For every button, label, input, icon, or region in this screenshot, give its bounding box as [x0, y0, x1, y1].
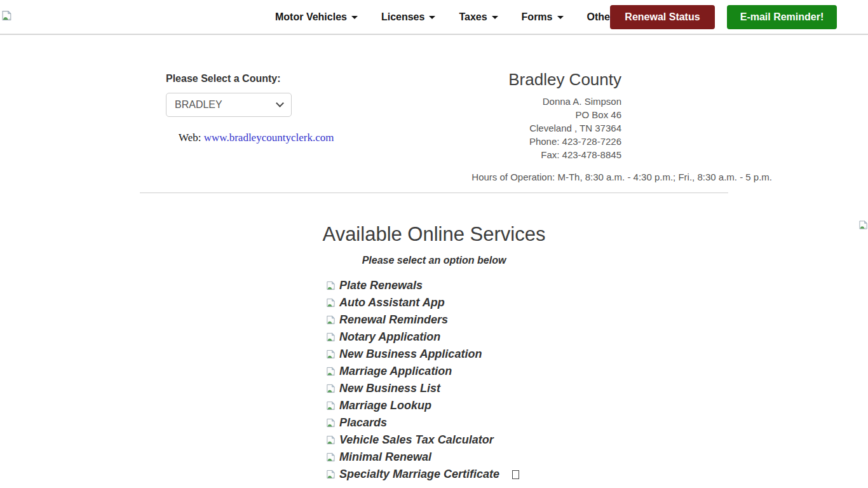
- service-label: Plate Renewals: [339, 279, 423, 292]
- services-subtitle: Please select an option below: [0, 255, 868, 266]
- top-navbar: Motor Vehicles Licenses Taxes Forms Othe…: [0, 0, 868, 35]
- county-website-link[interactable]: www.bradleycountyclerk.com: [204, 132, 334, 144]
- caret-down-icon: [351, 16, 358, 19]
- county-info-block: Bradley County Donna A. Simpson PO Box 4…: [381, 70, 621, 161]
- service-plate-renewals[interactable]: Plate Renewals: [326, 277, 542, 294]
- county-address2: Cleveland , TN 37364: [381, 121, 621, 135]
- service-label: Notary Application: [339, 330, 440, 344]
- nav-motor-vehicles-label: Motor Vehicles: [275, 11, 347, 23]
- caret-down-icon: [557, 16, 564, 19]
- email-reminder-button[interactable]: E-mail Reminder!: [727, 5, 837, 29]
- web-label: Web:: [179, 132, 201, 144]
- section-divider: [140, 193, 728, 193]
- service-label: Minimal Renewal: [339, 451, 431, 464]
- service-placards[interactable]: Placards: [326, 414, 542, 431]
- broken-image-icon: [326, 452, 336, 462]
- nav-motor-vehicles[interactable]: Motor Vehicles: [275, 11, 358, 23]
- broken-image-icon: [326, 401, 336, 410]
- broken-image-icon: [326, 349, 336, 359]
- service-vehicle-sales-tax-calculator[interactable]: Vehicle Sales Tax Calculator: [326, 431, 542, 449]
- county-select-dropdown[interactable]: BRADLEY: [166, 93, 292, 117]
- broken-image-icon-right-edge: [858, 220, 868, 230]
- broken-image-icon: [326, 367, 336, 376]
- county-select-value: BRADLEY: [175, 99, 222, 111]
- service-label: Placards: [339, 416, 387, 430]
- missing-character-box: [512, 470, 519, 479]
- service-label: Marriage Application: [339, 365, 452, 378]
- broken-image-icon: [326, 332, 336, 342]
- service-label: New Business Application: [339, 348, 482, 361]
- renewal-status-button[interactable]: Renewal Status: [610, 5, 715, 29]
- county-select-label: Please Select a County:: [166, 73, 292, 85]
- service-marriage-lookup[interactable]: Marriage Lookup: [326, 397, 542, 414]
- county-name: Bradley County: [381, 70, 621, 90]
- service-renewal-reminders[interactable]: Renewal Reminders: [326, 311, 542, 329]
- service-label: Specialty Marriage Certificate: [339, 468, 499, 481]
- county-phone: Phone: 423-728-7226: [381, 135, 621, 148]
- county-fax: Fax: 423-478-8845: [381, 148, 621, 161]
- caret-down-icon: [492, 16, 498, 19]
- broken-logo-image-icon: [1, 10, 12, 21]
- county-address1: PO Box 46: [381, 108, 621, 121]
- broken-image-icon: [326, 315, 336, 325]
- service-label: Auto Assistant App: [339, 296, 445, 309]
- service-label: New Business List: [339, 382, 440, 395]
- service-new-business-list[interactable]: New Business List: [326, 380, 542, 397]
- nav-forms[interactable]: Forms: [522, 11, 564, 23]
- county-clerk-name: Donna A. Simpson: [381, 95, 621, 108]
- service-marriage-application[interactable]: Marriage Application: [326, 363, 542, 380]
- nav-forms-label: Forms: [522, 11, 553, 23]
- service-minimal-renewal[interactable]: Minimal Renewal: [326, 449, 542, 466]
- service-notary-application[interactable]: Notary Application: [326, 329, 542, 346]
- nav-licenses[interactable]: Licenses: [381, 11, 435, 23]
- broken-image-icon: [326, 298, 336, 308]
- service-auto-assistant-app[interactable]: Auto Assistant App: [326, 294, 542, 311]
- service-list: Plate Renewals Auto Assistant App Renewa…: [326, 277, 542, 483]
- broken-image-icon: [326, 384, 336, 393]
- service-label: Vehicle Sales Tax Calculator: [339, 433, 494, 447]
- broken-image-icon: [326, 470, 336, 479]
- service-new-business-application[interactable]: New Business Application: [326, 346, 542, 363]
- broken-image-icon: [326, 418, 336, 428]
- nav-taxes-label: Taxes: [459, 11, 487, 23]
- service-specialty-marriage-certificate[interactable]: Specialty Marriage Certificate: [326, 466, 542, 483]
- online-services-section: Available Online Services Please select …: [0, 223, 868, 483]
- broken-image-icon: [326, 435, 336, 445]
- nav-licenses-label: Licenses: [381, 11, 424, 23]
- nav-taxes[interactable]: Taxes: [459, 11, 498, 23]
- broken-image-icon: [326, 281, 336, 290]
- chevron-down-icon: [276, 99, 284, 107]
- services-title: Available Online Services: [0, 223, 868, 246]
- county-selector-block: Please Select a County: BRADLEY: [166, 73, 292, 117]
- service-label: Renewal Reminders: [339, 313, 448, 327]
- caret-down-icon: [429, 16, 435, 19]
- service-label: Marriage Lookup: [339, 399, 431, 412]
- county-web-line: Web: www.bradleycountyclerk.com: [179, 132, 334, 144]
- page-content: Please Select a County: BRADLEY Web: www…: [0, 35, 868, 487]
- hours-of-operation: Hours of Operation: M-Th, 8:30 a.m. - 4:…: [454, 172, 772, 182]
- main-nav: Motor Vehicles Licenses Taxes Forms Othe…: [275, 0, 625, 34]
